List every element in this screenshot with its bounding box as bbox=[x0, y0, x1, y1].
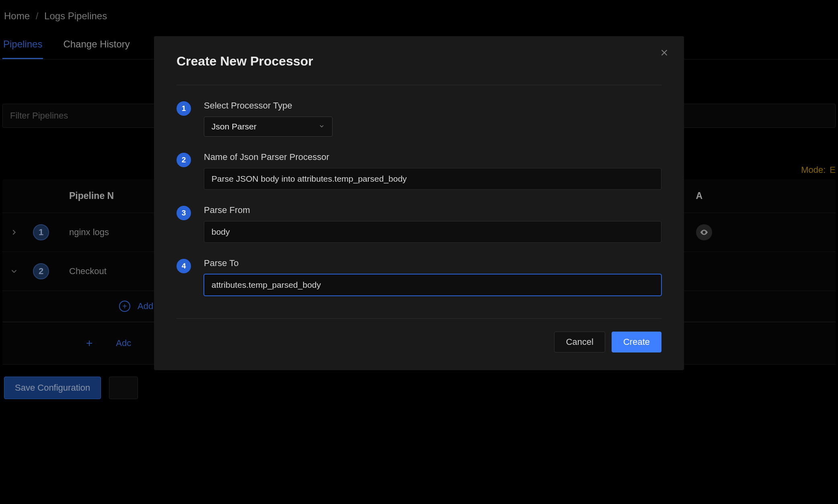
parse-from-input[interactable] bbox=[204, 221, 661, 243]
step-number: 2 bbox=[177, 153, 191, 167]
step-number: 4 bbox=[177, 259, 191, 273]
step-label: Select Processor Type bbox=[204, 100, 661, 111]
create-button[interactable]: Create bbox=[612, 332, 661, 352]
step-processor-type: 1 Select Processor Type Json Parser bbox=[177, 100, 661, 137]
step-label: Name of Json Parser Processor bbox=[204, 152, 661, 162]
step-label: Parse From bbox=[204, 205, 661, 215]
step-number: 1 bbox=[177, 101, 191, 116]
processor-type-select[interactable]: Json Parser bbox=[204, 117, 333, 137]
step-parse-to: 4 Parse To bbox=[177, 258, 661, 296]
parse-to-input[interactable] bbox=[204, 274, 661, 296]
step-processor-name: 2 Name of Json Parser Processor bbox=[177, 152, 661, 190]
step-label: Parse To bbox=[204, 258, 661, 268]
modal-backdrop: Create New Processor 1 Select Processor … bbox=[0, 0, 838, 504]
select-value: Json Parser bbox=[212, 122, 257, 131]
modal-footer: Cancel Create bbox=[177, 318, 661, 352]
step-parse-from: 3 Parse From bbox=[177, 205, 661, 243]
chevron-down-icon bbox=[318, 122, 325, 131]
create-processor-modal: Create New Processor 1 Select Processor … bbox=[154, 36, 684, 370]
close-icon[interactable] bbox=[659, 47, 670, 60]
processor-name-input[interactable] bbox=[204, 168, 661, 190]
modal-title: Create New Processor bbox=[177, 54, 661, 85]
step-number: 3 bbox=[177, 206, 191, 220]
cancel-button[interactable]: Cancel bbox=[554, 332, 605, 352]
